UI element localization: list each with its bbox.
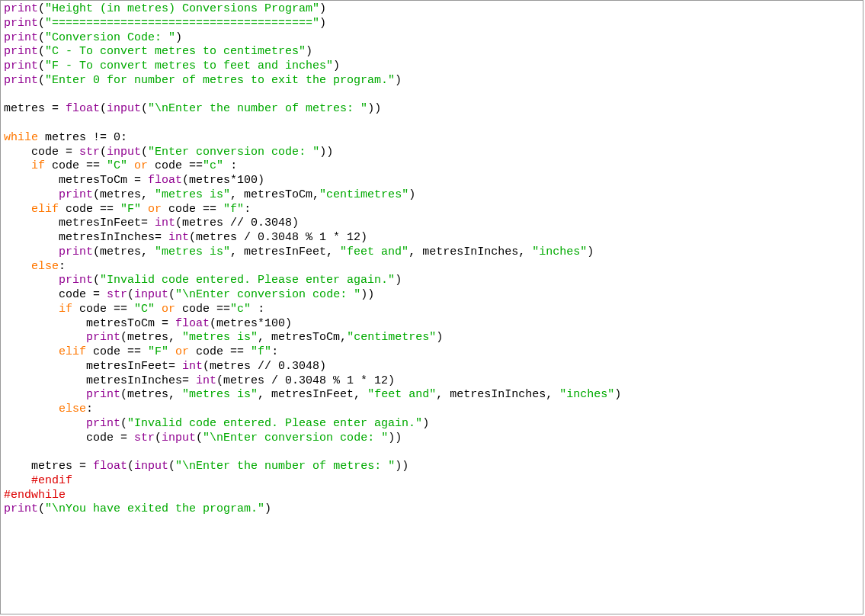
code-token: print — [86, 331, 120, 344]
code-token — [4, 403, 59, 415]
code-token: (metres, — [93, 245, 155, 258]
code-token: "c" — [230, 303, 251, 316]
code-token: if — [59, 303, 72, 316]
code-token: ( — [127, 288, 134, 301]
code-token: code = — [4, 146, 79, 159]
code-token: or — [148, 203, 162, 216]
code-token: "feet and" — [367, 388, 436, 401]
code-line — [4, 117, 860, 131]
code-token: int — [155, 217, 175, 229]
code-token: (metres / 0.3048 % 1 * 12) — [216, 374, 395, 387]
code-token: input — [134, 288, 168, 301]
code-line: code = str(input("\nEnter conversion cod… — [4, 432, 860, 446]
code-token: (metres, — [120, 331, 182, 344]
code-token: "c" — [203, 159, 223, 172]
code-token: ( — [38, 502, 45, 515]
code-token: "C - To convert metres to centimetres" — [45, 45, 306, 58]
code-token: "metres is" — [182, 388, 258, 401]
code-token: "centimetres" — [347, 331, 436, 344]
code-token: "\nEnter the number of metres: " — [175, 460, 395, 473]
code-token: ( — [141, 146, 148, 159]
code-token: print — [86, 417, 120, 430]
code-token: ( — [141, 102, 148, 115]
code-line: print("F - To convert metres to feet and… — [4, 59, 860, 74]
code-token: ( — [196, 432, 203, 444]
code-token: else — [59, 403, 86, 415]
code-token: )) — [388, 432, 402, 444]
code-token: metresInInches= — [4, 374, 196, 387]
code-token: )) — [367, 102, 381, 115]
code-token: , metresToCm, — [230, 188, 319, 201]
code-token: input — [134, 460, 168, 473]
code-line: code = str(input("Enter conversion code:… — [4, 146, 860, 160]
code-token — [4, 303, 59, 316]
code-token: elif — [31, 203, 59, 216]
code-token: ( — [100, 102, 107, 115]
code-token: ( — [100, 146, 107, 159]
code-token: ) — [175, 31, 182, 44]
code-token — [155, 303, 162, 316]
code-token: ) — [319, 17, 326, 30]
code-token: ) — [422, 417, 429, 430]
code-line: print("Conversion Code: ") — [4, 31, 860, 46]
code-token: ) — [614, 388, 621, 401]
code-line: elif code == "F" or code == "f": — [4, 345, 860, 360]
code-token: ( — [38, 74, 45, 87]
code-token: ) — [395, 274, 402, 287]
code-token: ) — [408, 188, 415, 201]
code-token: ( — [38, 2, 45, 15]
code-token: (metres*100) — [182, 174, 264, 187]
code-token: print — [4, 31, 38, 44]
code-token: "Conversion Code: " — [45, 31, 175, 44]
code-line: metres = float(input("\nEnter the number… — [4, 102, 860, 117]
code-token: print — [59, 188, 93, 201]
code-token: , metresInFeet, — [230, 245, 340, 258]
code-line: else: — [4, 403, 860, 417]
code-token: print — [4, 74, 38, 87]
code-line: print(metres, "metres is", metresInFeet,… — [4, 245, 860, 260]
code-token: ( — [127, 460, 134, 473]
code-line: #endif — [4, 474, 860, 489]
code-token: print — [59, 245, 93, 258]
code-token: ( — [120, 417, 127, 430]
code-token: metresInInches= — [4, 231, 168, 244]
code-token: ( — [38, 59, 45, 72]
code-line: metresToCm = float(metres*100) — [4, 174, 860, 188]
code-token: #endif — [31, 474, 72, 487]
code-token: , metresToCm, — [258, 331, 347, 344]
code-token: code == — [45, 159, 107, 172]
code-token: int — [168, 231, 189, 244]
code-token — [4, 188, 59, 201]
code-token: or — [134, 159, 148, 172]
code-token: "Invalid code entered. Please enter agai… — [127, 417, 422, 430]
code-token: metres = — [4, 102, 66, 115]
code-token: int — [196, 374, 216, 387]
code-line: #endwhile — [4, 489, 860, 503]
code-token: else — [31, 260, 59, 273]
code-line: metres = float(input("\nEnter the number… — [4, 460, 860, 474]
code-token: metresToCm = — [4, 317, 175, 330]
code-token: metres != 0: — [38, 131, 127, 144]
code-token: print — [4, 502, 38, 515]
code-token: ) — [436, 331, 443, 344]
code-token: code = — [4, 288, 107, 301]
code-token: input — [107, 102, 141, 115]
code-token: , metresInInches, — [436, 388, 559, 401]
code-line: print(metres, "metres is", metresInFeet,… — [4, 388, 860, 403]
code-token: metresInFeet= — [4, 217, 155, 229]
code-token: code == — [175, 303, 230, 316]
code-line: print(metres, "metres is", metresToCm,"c… — [4, 188, 860, 203]
code-token: float — [148, 174, 182, 187]
code-token: str — [107, 288, 127, 301]
code-token: (metres, — [120, 388, 182, 401]
code-token — [4, 274, 59, 287]
code-token: (metres // 0.3048) — [175, 217, 299, 229]
code-token: "F" — [120, 203, 141, 216]
code-token: while — [4, 131, 38, 144]
code-token: "C" — [107, 159, 127, 172]
code-token: ) — [264, 502, 271, 515]
code-token: ( — [93, 274, 100, 287]
code-editor[interactable]: print("Height (in metres) Conversions Pr… — [0, 0, 863, 614]
code-token: )) — [319, 146, 333, 159]
code-line: elif code == "F" or code == "f": — [4, 203, 860, 217]
